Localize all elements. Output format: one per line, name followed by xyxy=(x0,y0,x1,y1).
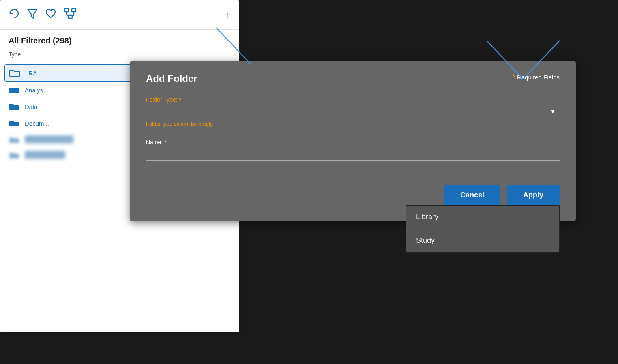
list-item-label: Analys... xyxy=(25,87,48,94)
add-button[interactable]: + xyxy=(223,8,231,22)
list-item-label: LRA xyxy=(25,70,37,77)
name-input-wrapper[interactable] xyxy=(146,148,560,161)
cancel-button[interactable]: Cancel xyxy=(444,185,500,205)
refresh-icon[interactable] xyxy=(9,8,20,22)
folder-type-input-wrapper[interactable]: ▼ xyxy=(146,105,560,118)
name-label: Name: * xyxy=(146,139,560,146)
list-item-label: Data xyxy=(25,103,38,110)
svg-rect-1 xyxy=(64,9,69,12)
apply-button[interactable]: Apply xyxy=(507,185,560,205)
folder-type-field: Folder Type: * ▼ Folder type cannot be e… xyxy=(146,96,560,127)
dropdown-item-study[interactable]: Study xyxy=(406,229,559,252)
panel-header: All Filtered (298) xyxy=(0,30,239,49)
folder-type-dropdown[interactable]: Library Study xyxy=(406,205,560,253)
folder-type-error: Folder type cannot be empty xyxy=(146,121,560,127)
folder-icon-documents xyxy=(9,118,20,128)
modal-required: * Required Fields xyxy=(512,73,560,81)
toolbar: + xyxy=(0,0,239,30)
folder-icon-analysis xyxy=(9,85,20,95)
dropdown-item-library[interactable]: Library xyxy=(406,206,559,229)
svg-marker-0 xyxy=(28,9,37,18)
favorite-icon[interactable] xyxy=(45,8,56,22)
modal-header: Add Folder * Required Fields xyxy=(146,73,560,84)
type-label: Type xyxy=(0,49,239,60)
folder-type-input[interactable] xyxy=(146,105,560,118)
folder-icon-lra xyxy=(9,68,20,78)
modal-title: Add Folder xyxy=(146,73,197,84)
hierarchy-icon[interactable] xyxy=(64,8,77,22)
filter-icon[interactable] xyxy=(27,8,38,22)
svg-rect-2 xyxy=(72,9,76,12)
folder-type-label: Folder Type: * xyxy=(146,96,560,103)
name-input[interactable] xyxy=(146,148,560,160)
list-item-label: Docum... xyxy=(25,120,49,127)
dropdown-arrow-icon[interactable]: ▼ xyxy=(550,108,556,115)
add-folder-modal: Add Folder * Required Fields Folder Type… xyxy=(130,61,576,221)
folder-icon-data xyxy=(9,102,20,112)
name-field: Name: * xyxy=(146,139,560,161)
modal-footer: Cancel Apply xyxy=(146,185,560,205)
